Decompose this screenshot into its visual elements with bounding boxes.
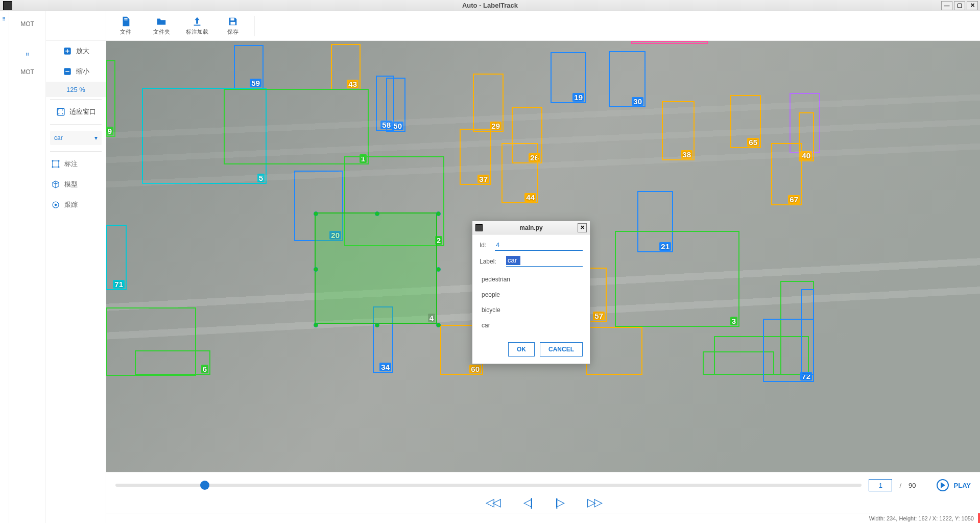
bbox[interactable]: 20	[294, 171, 343, 241]
sidebar-model[interactable]: 模型	[46, 174, 106, 195]
bbox-id: 38	[681, 150, 692, 159]
file-icon	[120, 16, 131, 27]
bbox[interactable]: 67	[771, 143, 802, 205]
id-input[interactable]	[495, 240, 583, 251]
label-options-list[interactable]: pedestrianpeoplebicyclecarvan	[480, 272, 583, 338]
toolbar-file-label: 文件	[120, 28, 131, 36]
bbox[interactable]	[714, 336, 809, 375]
window-titlebar: Auto - LabelTrack — ▢ ✕	[0, 0, 980, 11]
sidebar-annotate[interactable]: 标注	[46, 154, 106, 174]
toolbar-file-button[interactable]: 文件	[108, 13, 143, 39]
label-option[interactable]: van	[480, 333, 583, 338]
bbox-id: 34	[379, 363, 391, 371]
bbox[interactable]	[703, 351, 774, 375]
resize-handle[interactable]	[375, 211, 379, 216]
svg-rect-2	[57, 108, 64, 115]
mode-mot-top[interactable]: MOT	[9, 15, 45, 33]
sidebar-track[interactable]: 跟踪	[46, 195, 106, 215]
toolbar-load-anno-button[interactable]: 标注加载	[180, 13, 214, 39]
mode-mot[interactable]: MOT	[9, 63, 45, 81]
canvas[interactable]: 5943193095850296551263840374467202712135…	[106, 41, 980, 472]
resize-handle[interactable]	[436, 267, 441, 272]
bbox-id: 37	[477, 175, 489, 183]
toolbar-save-button[interactable]: 保存	[216, 13, 250, 39]
resize-handle[interactable]	[314, 267, 318, 272]
bbox[interactable]: 59	[234, 45, 264, 89]
bbox[interactable]	[631, 41, 708, 44]
resize-handle[interactable]	[436, 211, 441, 216]
label-option[interactable]: people	[480, 287, 583, 302]
bbox[interactable]: 5	[142, 88, 267, 184]
svg-rect-10	[124, 18, 127, 19]
bbox-selected[interactable]: 4	[315, 212, 437, 324]
rewind-button[interactable]: ◁◁	[486, 496, 499, 509]
ok-button[interactable]: OK	[508, 342, 535, 356]
dialog-titlebar[interactable]: main.py ✕	[472, 221, 590, 234]
bbox[interactable]: 30	[609, 51, 646, 107]
bbox[interactable]: 2	[344, 156, 444, 246]
label-input[interactable]: car	[506, 256, 520, 265]
bbox[interactable]	[106, 307, 196, 376]
bbox-id: 44	[524, 193, 536, 202]
toolbar-load-anno-label: 标注加载	[186, 28, 208, 36]
bbox-id: 43	[347, 80, 358, 88]
bbox[interactable]: 50	[386, 78, 405, 132]
bbox[interactable]: 71	[106, 225, 127, 290]
label-option[interactable]: car	[480, 318, 583, 333]
bbox[interactable]	[801, 289, 814, 375]
sidebar-zoom-out[interactable]: 缩小	[46, 61, 106, 82]
sidebar-zoom-in[interactable]: 放大	[46, 41, 106, 61]
label-option[interactable]: pedestrian	[480, 272, 583, 287]
bbox[interactable]: 29	[473, 74, 504, 132]
bbox[interactable]: 44	[501, 143, 538, 203]
label-option[interactable]: bicycle	[480, 302, 583, 318]
resize-handle[interactable]	[436, 323, 441, 327]
bbox[interactable]: 65	[730, 95, 761, 148]
class-dropdown[interactable]: car	[50, 131, 102, 145]
bbox[interactable]: 34	[373, 306, 393, 373]
bbox[interactable]: 26	[512, 107, 542, 163]
frame-slider-thumb[interactable]	[200, 481, 209, 490]
bbox[interactable]: 38	[662, 101, 695, 160]
bbox-id: 60	[469, 365, 481, 373]
next-frame-button[interactable]: |▷	[556, 496, 563, 509]
resize-handle[interactable]	[314, 211, 318, 216]
bbox[interactable]: 19	[551, 52, 586, 103]
bbox[interactable]: 9	[106, 60, 115, 137]
resize-handle[interactable]	[375, 323, 379, 327]
bbox[interactable]: 1	[224, 89, 369, 164]
folder-icon	[156, 16, 167, 27]
frame-input[interactable]	[869, 479, 892, 491]
upload-icon	[192, 16, 203, 27]
resize-handle[interactable]	[314, 323, 318, 327]
bbox[interactable]: 3	[615, 231, 739, 327]
left-rail: ⠿	[0, 11, 9, 523]
bbox[interactable]: 40	[799, 112, 814, 161]
sidebar-track-label: 跟踪	[64, 200, 78, 209]
sidebar-fit-window[interactable]: 适应窗口	[46, 102, 106, 122]
id-label: Id:	[480, 242, 489, 249]
bbox[interactable]: 37	[460, 129, 491, 185]
bbox[interactable]	[780, 281, 814, 375]
forward-button[interactable]: ▷▷	[587, 496, 601, 509]
toolbar-folder-button[interactable]: 文件夹	[144, 13, 179, 39]
bbox-id: 19	[572, 93, 584, 102]
prev-frame-button[interactable]: ◁|	[523, 496, 531, 509]
bbox-id: 50	[392, 122, 403, 130]
bbox[interactable]	[790, 93, 820, 153]
bbox[interactable]: 43	[331, 44, 361, 90]
frame-slider[interactable]	[115, 484, 862, 487]
cancel-button[interactable]: CANCEL	[540, 342, 583, 356]
svg-rect-11	[124, 19, 127, 20]
svg-rect-14	[230, 22, 235, 25]
bbox[interactable]: 72	[763, 319, 814, 382]
svg-rect-3	[53, 161, 59, 167]
toolbar-folder-label: 文件夹	[153, 28, 170, 36]
bbox[interactable]	[586, 327, 642, 375]
bbox[interactable]: 58	[376, 76, 394, 131]
bbox[interactable]: 6	[135, 350, 210, 375]
play-button[interactable]: PLAY	[937, 479, 971, 491]
sidebar-zoom-pct[interactable]: 125 %	[46, 82, 106, 97]
bbox[interactable]: 21	[637, 191, 673, 252]
sidebar-zoom-out-label: 缩小	[76, 67, 89, 76]
